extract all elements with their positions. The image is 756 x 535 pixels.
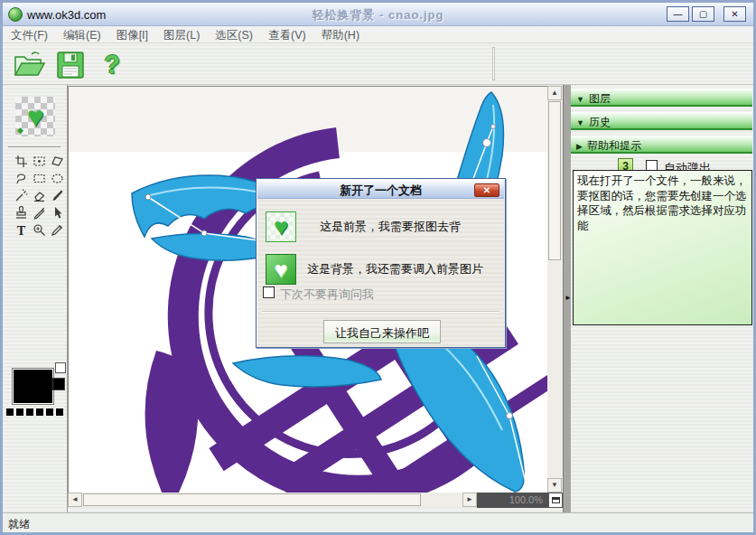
foreground-heart-icon: ♥ [266,211,296,242]
tool-polygon-lasso[interactable] [50,154,65,169]
panel-header-label: 历史 [589,116,611,128]
folder-open-icon [12,51,46,80]
vertical-scrollbar[interactable]: ▲ ▼ [547,86,562,493]
dialog-titlebar: 新开了一个文档 ✕ [257,180,504,199]
menu-item-layer[interactable]: 图层(L) [163,28,200,42]
window-controls: — ▢ ✕ [664,6,746,22]
vertical-scroll-thumb[interactable] [548,101,561,260]
pen-icon [33,206,46,220]
expand-arrow-icon: ▶ [576,142,583,151]
menu-item-image[interactable]: 图像[I] [117,28,148,42]
horizontal-scrollbar[interactable]: ◄ ► [68,493,477,507]
ellipse-marquee-icon [51,172,64,185]
open-file-button[interactable] [10,48,48,81]
heart-glyph: ♥ [275,257,288,283]
dialog-close-button[interactable]: ✕ [474,183,499,197]
heart-glyph: ♥ [274,213,288,241]
help-icon: ? [104,50,120,80]
titlebar: www.ok3d.com 轻松换背景 - cnao.jpg — ▢ ✕ [3,3,753,26]
save-button[interactable] [51,48,89,81]
eyedropper-icon [51,223,64,237]
menu-item-edit[interactable]: 编辑(E) [63,28,101,42]
heart-icon: ♥ [27,102,44,131]
toolbar-separator [492,47,495,80]
dialog-close-icon: ✕ [483,185,490,195]
self-operate-button[interactable]: 让我自己来操作吧 [323,320,441,343]
rect-marquee-icon [33,172,46,185]
magnifier-icon [33,223,46,237]
window-glyph-icon [552,497,560,503]
background-color-swatch[interactable] [55,362,66,373]
minimize-button[interactable]: — [667,6,689,22]
panel-header-layers[interactable]: ▼图层 [571,89,752,107]
panel-splitter[interactable]: ► [563,85,571,512]
scroll-down-button[interactable]: ▼ [547,478,562,493]
palette-swatch[interactable] [56,408,63,416]
text-tool-icon: T [14,223,28,237]
palette-swatch[interactable] [16,408,23,416]
window-title: 轻松换背景 - cnao.jpg [3,7,753,23]
palette-swatch[interactable] [26,408,33,416]
collapse-arrow-icon: ▼ [576,118,584,127]
option-background[interactable]: ♥ 这是背景，我还需要调入前景图片 [266,254,483,285]
svg-text:T: T [17,224,26,238]
zoom-level-indicator: 100.0% [477,493,548,508]
tool-lasso[interactable] [14,171,29,186]
scroll-right-button[interactable]: ► [462,493,477,507]
dont-ask-checkbox[interactable] [263,286,275,298]
tool-zoom[interactable] [32,222,47,238]
close-button[interactable]: ✕ [723,6,746,22]
tool-brush[interactable] [50,188,65,203]
palette-swatch[interactable] [36,408,43,416]
tool-transform-select[interactable] [32,154,47,169]
eraser-icon [33,189,46,202]
scroll-left-button[interactable]: ◄ [68,493,82,507]
tool-magic-wand[interactable] [14,188,29,203]
minimize-icon: — [674,9,683,19]
secondary-color-swatch[interactable] [52,378,65,390]
menu-item-help[interactable]: 帮助(H) [322,28,359,42]
polygon-lasso-icon [51,155,64,168]
menu-item-file[interactable]: 文件(F) [11,28,48,42]
tool-ellipse-marquee[interactable] [50,171,65,186]
crop-icon [14,155,28,168]
tool-move[interactable] [50,205,65,221]
menu-item-view[interactable]: 查看(V) [268,28,306,42]
tool-rect-marquee[interactable] [32,171,47,186]
menu-item-selection[interactable]: 选区(S) [215,28,253,42]
menubar: 文件(F) 编辑(E) 图像[I] 图层(L) 选区(S) 查看(V) 帮助(H… [3,26,753,43]
option-foreground-label: 这是前景，我需要抠图去背 [320,219,461,235]
status-bar: 就绪 [3,512,753,532]
foreground-color-swatch[interactable] [12,368,54,405]
panel-header-history[interactable]: ▼历史 [571,112,752,130]
close-icon: ✕ [731,9,738,19]
maximize-button[interactable]: ▢ [692,6,714,22]
save-icon [56,51,85,80]
option-background-label: 这是背景，我还需要调入前景图片 [307,261,483,277]
option-foreground[interactable]: ♥ 这是前景，我需要抠图去背 [266,211,461,242]
new-document-dialog: 新开了一个文档 ✕ ♥ 这是前景，我需要抠图去背 ♥ 这是背景，我还需要调入前景… [256,178,506,348]
tool-eyedropper[interactable] [50,222,65,238]
tool-stamp[interactable] [14,205,29,221]
app-window: www.ok3d.com 轻松换背景 - cnao.jpg — ▢ ✕ 文件(F… [0,0,756,535]
right-panel: ▼图层 ▼历史 ▶帮助和提示 3 自动弹出 现在打开了一个文件，一般来说，要抠图… [571,85,753,512]
canvas-size-button[interactable] [548,493,563,508]
app-heart-logo: ♥ ◆ [15,97,55,136]
tool-eraser[interactable] [32,188,47,203]
tool-grid: T [14,154,65,239]
panel-header-label: 帮助和提示 [587,139,641,152]
palette-row [6,408,63,416]
tool-crop[interactable] [14,154,29,169]
magic-wand-icon [14,189,28,202]
tool-text[interactable]: T [14,222,29,238]
tool-pen[interactable] [32,205,47,221]
palette-swatch[interactable] [6,408,14,416]
scroll-up-button[interactable]: ▲ [547,86,562,100]
panel-divider [8,146,61,147]
move-arrow-icon [51,206,64,220]
transform-select-icon [33,155,46,168]
palette-swatch[interactable] [46,408,53,416]
panel-header-help-tips[interactable]: ▶帮助和提示 [571,136,752,154]
help-button[interactable]: ? [93,48,131,81]
horizontal-scroll-thumb[interactable] [83,493,421,506]
